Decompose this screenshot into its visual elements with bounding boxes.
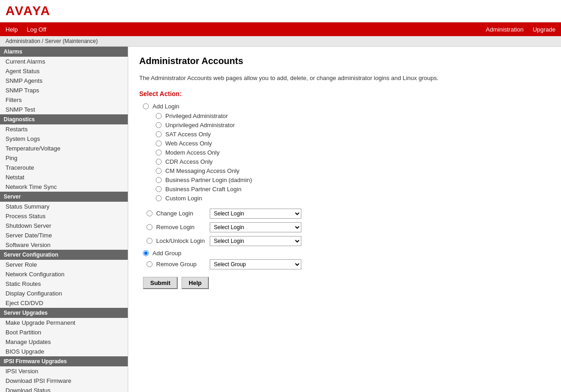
sub-option-radio[interactable] xyxy=(156,159,162,165)
sidebar-item[interactable]: Ping xyxy=(0,153,128,163)
sub-option-row: Business Partner Login (dadmin) xyxy=(156,177,550,183)
administration-link[interactable]: Administration xyxy=(486,26,523,33)
action-label-text: Change Login xyxy=(156,210,193,217)
sidebar-item[interactable]: Software Version xyxy=(0,240,128,250)
sidebar-item[interactable]: Netstat xyxy=(0,172,128,182)
sub-option-radio[interactable] xyxy=(156,186,162,192)
sidebar-item[interactable]: Network Configuration xyxy=(0,269,128,279)
sidebar-item[interactable]: Manage Updates xyxy=(0,337,128,347)
action-radio[interactable] xyxy=(147,238,153,244)
sidebar-item[interactable]: Agent Status xyxy=(0,66,128,76)
remove-group-select[interactable]: Select Group xyxy=(210,259,301,269)
main-content: Administrator Accounts The Administrator… xyxy=(128,47,561,392)
sidebar-item[interactable]: Eject CD/DVD xyxy=(0,298,128,308)
sidebar-section-header: Server Upgrades xyxy=(0,308,128,318)
sidebar-section-header: Server xyxy=(0,192,128,202)
help-button[interactable]: Help xyxy=(181,277,209,289)
sub-option-row: SAT Access Only xyxy=(156,131,550,138)
add-login-radio[interactable] xyxy=(143,103,149,109)
sidebar-item[interactable]: Boot Partition xyxy=(0,328,128,337)
sidebar-section-header: Server Configuration xyxy=(0,250,128,260)
remove-group-radio[interactable] xyxy=(147,261,153,267)
logoff-link[interactable]: Log Off xyxy=(27,26,46,33)
add-group-radio[interactable] xyxy=(143,250,149,256)
sub-option-row: Modem Access Only xyxy=(156,149,550,156)
action-rows-container: Change LoginSelect Login Remove LoginSel… xyxy=(143,209,550,246)
action-select[interactable]: Select Login xyxy=(210,222,301,232)
sub-option-label: Business Partner Craft Login xyxy=(165,186,241,193)
logo-bar: AVAYA xyxy=(0,0,561,22)
sidebar-item[interactable]: Network Time Sync xyxy=(0,182,128,192)
button-row: Submit Help xyxy=(143,277,550,289)
description: The Administrator Accounts web pages all… xyxy=(139,74,550,83)
sidebar-item[interactable]: Server Role xyxy=(0,260,128,269)
sidebar-item[interactable]: Download Status xyxy=(0,386,128,392)
sub-option-radio[interactable] xyxy=(156,140,162,146)
sub-option-row: CM Messaging Access Only xyxy=(156,167,550,174)
sub-option-radio[interactable] xyxy=(156,113,162,119)
submit-button[interactable]: Submit xyxy=(143,277,178,289)
action-row: Remove LoginSelect Login xyxy=(147,222,550,232)
options-container: Add Login Privileged AdministratorUnpriv… xyxy=(143,103,550,269)
sidebar-item[interactable]: SNMP Agents xyxy=(0,76,128,86)
add-login-row: Add Login xyxy=(143,103,550,110)
sub-options: Privileged AdministratorUnprivileged Adm… xyxy=(156,113,550,202)
sub-option-row: Business Partner Craft Login xyxy=(156,186,550,193)
sub-option-label: Modem Access Only xyxy=(165,149,220,156)
sub-option-label: Custom Login xyxy=(165,195,202,202)
sub-option-row: CDR Access Only xyxy=(156,158,550,165)
main-layout: AlarmsCurrent AlarmsAgent StatusSNMP Age… xyxy=(0,47,561,392)
action-row-label: Lock/Unlock Login xyxy=(147,237,206,244)
add-group-row: Add Group xyxy=(143,250,550,257)
nav-bar: Help Log Off Administration Upgrade xyxy=(0,22,561,36)
sidebar-item[interactable]: Traceroute xyxy=(0,163,128,172)
action-label-text: Remove Login xyxy=(156,224,195,231)
sub-option-radio[interactable] xyxy=(156,131,162,137)
action-row: Lock/Unlock LoginSelect Login xyxy=(147,236,550,246)
sidebar-section-header: IPSI Firmware Upgrades xyxy=(0,356,128,366)
sidebar-item[interactable]: SNMP Test xyxy=(0,105,128,114)
sub-option-label: CM Messaging Access Only xyxy=(165,167,240,174)
sidebar-item[interactable]: Make Upgrade Permanent xyxy=(0,318,128,328)
add-group-label: Add Group xyxy=(153,250,181,257)
sidebar-item[interactable]: Status Summary xyxy=(0,202,128,211)
action-row: Change LoginSelect Login xyxy=(147,209,550,219)
sidebar-item[interactable]: Restarts xyxy=(0,124,128,134)
sub-option-label: Business Partner Login (dadmin) xyxy=(165,177,252,183)
sub-option-radio[interactable] xyxy=(156,168,162,174)
sidebar-item[interactable]: System Logs xyxy=(0,134,128,144)
action-select[interactable]: Select Login xyxy=(210,209,301,219)
sidebar-item[interactable]: BIOS Upgrade xyxy=(0,347,128,356)
sub-option-label: Privileged Administrator xyxy=(165,113,228,119)
sub-option-label: Unprivileged Administrator xyxy=(165,122,235,129)
action-radio[interactable] xyxy=(147,210,153,216)
sidebar: AlarmsCurrent AlarmsAgent StatusSNMP Age… xyxy=(0,47,128,392)
sub-option-radio[interactable] xyxy=(156,122,162,128)
sidebar-item[interactable]: SNMP Traps xyxy=(0,86,128,95)
sub-option-radio[interactable] xyxy=(156,150,162,156)
action-radio[interactable] xyxy=(147,224,153,230)
sidebar-item[interactable]: Current Alarms xyxy=(0,57,128,66)
sidebar-item[interactable]: Download IPSI Firmware xyxy=(0,376,128,386)
sidebar-item[interactable]: Static Routes xyxy=(0,279,128,289)
sub-option-radio[interactable] xyxy=(156,177,162,183)
add-login-label: Add Login xyxy=(153,103,180,110)
upgrade-link[interactable]: Upgrade xyxy=(533,26,556,33)
sub-option-row: Unprivileged Administrator xyxy=(156,122,550,129)
sub-option-label: CDR Access Only xyxy=(165,158,212,165)
sidebar-section-header: Diagnostics xyxy=(0,114,128,124)
sidebar-item[interactable]: Process Status xyxy=(0,211,128,221)
help-link[interactable]: Help xyxy=(5,26,18,33)
sidebar-item[interactable]: Filters xyxy=(0,95,128,105)
action-row-label: Remove Login xyxy=(147,224,206,231)
remove-group-action-row: Remove Group Select Group xyxy=(147,259,550,269)
sub-option-radio[interactable] xyxy=(156,195,162,201)
sidebar-item[interactable]: Server Date/Time xyxy=(0,231,128,240)
sidebar-item[interactable]: Temperature/Voltage xyxy=(0,144,128,153)
sidebar-section-header: Alarms xyxy=(0,47,128,57)
action-label-text: Lock/Unlock Login xyxy=(156,237,205,244)
sidebar-item[interactable]: Shutdown Server xyxy=(0,221,128,231)
action-select[interactable]: Select Login xyxy=(210,236,301,246)
sidebar-item[interactable]: Display Configuration xyxy=(0,289,128,298)
sidebar-item[interactable]: IPSI Version xyxy=(0,366,128,376)
